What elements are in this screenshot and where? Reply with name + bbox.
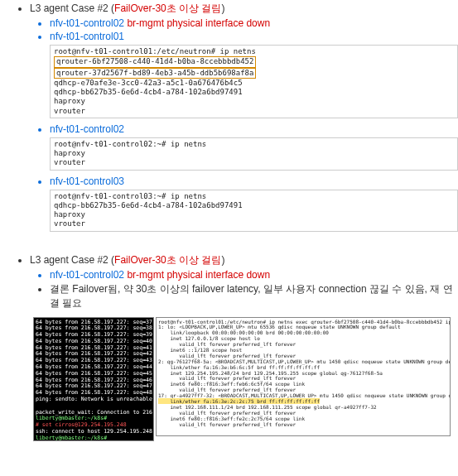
light-shot-body: root@nfv-t01-control01:/etc/neutron# ip … bbox=[158, 319, 451, 399]
term3-l3: haproxy bbox=[54, 210, 85, 219]
term1-l4: qdhcp-e70afe3e-3cc0-42a3-a5c1-0a676476b4… bbox=[54, 79, 243, 87]
sec1-title-post: ) bbox=[221, 2, 224, 14]
sec2-sub2: 결론 Failover됨, 약 30초 이상의 failover latency… bbox=[50, 282, 458, 310]
terminal-control01: root@nfv-t01-control01:/etc/neutron# ip … bbox=[50, 45, 458, 118]
sec2-title-pre: L3 agent Case #2 ( bbox=[30, 254, 114, 266]
term1-l1: root@nfv-t01-control01:/etc/neutron# ip … bbox=[54, 47, 256, 55]
term1-box2: qrouter-37d2567f-bd89-4eb3-a45b-ddb5b698… bbox=[54, 68, 256, 79]
term2-l3: vrouter bbox=[54, 158, 85, 166]
sec1-title-pre: L3 agent Case #2 ( bbox=[30, 2, 114, 14]
dark-terminal-screenshot: 64 bytes from 216.58.197.227: seq=37 ttl… bbox=[33, 317, 154, 441]
term3-l4: vrouter bbox=[54, 219, 85, 228]
sec1-sub1-pre: nfv-t01-control02 bbox=[50, 17, 127, 29]
dark-shot-prompt: liberty@mbaster:~/k8s# bbox=[36, 415, 110, 421]
terminal-control02: root@nfv-t01-control02:~# ip netns hapro… bbox=[50, 137, 458, 171]
dark-shot-last: ssh: connect to host 129.254.195.248 por… bbox=[36, 428, 154, 435]
dark-shot-prompt2: liberty@mbaster:~/k8s# bbox=[36, 435, 110, 441]
sec1-title-fail: FailOver-30초 이상 걸림 bbox=[114, 2, 221, 14]
sec1-sub4: nfv-t01-control03 bbox=[50, 175, 458, 187]
term1-l6: haproxy bbox=[54, 97, 85, 105]
sec2-sub1-pre: nfv-t01-control02 bbox=[50, 269, 127, 281]
sec1-sub1-red: br-mgmt physical interface down bbox=[127, 17, 270, 29]
dark-shot-red: # set cirros@129.254.195.248 bbox=[36, 421, 127, 428]
terminal-control03: root@nfv-t01-control03:~# ip netns qdhcp… bbox=[50, 190, 458, 232]
sec1-sub2: nfv-t01-control01 bbox=[50, 31, 458, 42]
term1-l5: qdhcp-bb627b35-6e6d-4cb4-a784-102a6bd974… bbox=[54, 88, 243, 96]
sec1-sub1: nfv-t01-control02 br-mgmt physical inter… bbox=[50, 17, 458, 29]
term3-l1: root@nfv-t01-control03:~# ip netns bbox=[54, 192, 206, 200]
term1-l7: vrouter bbox=[54, 107, 85, 115]
sec2-title: L3 agent Case #2 (FailOver-30초 이상 걸림) bbox=[30, 253, 458, 267]
term3-l2: qdhcp-bb627b35-6e6d-4cb4-a784-102a6bd974… bbox=[54, 201, 243, 209]
screenshot-row: 64 bytes from 216.58.197.227: seq=37 ttl… bbox=[33, 317, 458, 441]
sec1-title: L3 agent Case #2 (FailOver-30초 이상 걸림) bbox=[30, 2, 458, 16]
light-shot-tail: inet 192.168.111.1/24 brd 192.168.111.25… bbox=[158, 404, 377, 427]
light-terminal-screenshot: root@nfv-t01-control01:/etc/neutron# ip … bbox=[156, 317, 451, 436]
sec2-sub1: nfv-t01-control02 br-mgmt physical inter… bbox=[50, 269, 458, 281]
term2-l2: haproxy bbox=[54, 149, 85, 157]
term2-l1: root@nfv-t01-control02:~# ip netns bbox=[54, 140, 206, 148]
sec2-title-fail: FailOver-30초 이상 걸림 bbox=[114, 254, 221, 266]
sec1-sub3: nfv-t01-control02 bbox=[50, 123, 458, 135]
sec2-title-post: ) bbox=[221, 254, 224, 266]
term1-box1: qrouter-6bf27508-c440-41d4-b0ba-8ccebbbd… bbox=[54, 56, 256, 67]
dark-shot-body: 64 bytes from 216.58.197.227: seq=37 ttl… bbox=[36, 319, 154, 416]
sec2-sub1-red: br-mgmt physical interface down bbox=[127, 269, 270, 281]
